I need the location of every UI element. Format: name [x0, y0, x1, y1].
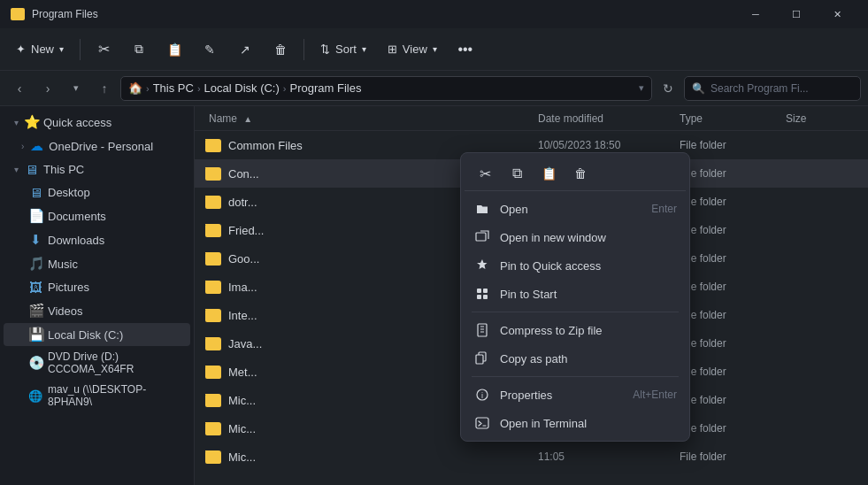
sidebar-item-onedrive[interactable]: › ☁ OneDrive - Personal [4, 135, 190, 158]
file-type: File folder [680, 337, 786, 350]
ctx-terminal-item[interactable]: Open in Terminal [465, 409, 686, 437]
file-type: File folder [680, 422, 786, 435]
rename-button[interactable]: ✎ [194, 34, 226, 65]
breadcrumb[interactable]: 🏠 › This PC › Local Disk (C:) › Program … [120, 76, 652, 101]
sidebar-item-downloads[interactable]: ⬇ Downloads [4, 228, 190, 251]
svg-rect-0 [476, 233, 486, 241]
more-icon: ••• [457, 42, 472, 58]
file-name: Common Files [228, 139, 303, 152]
paste-button[interactable]: 📋 [158, 34, 190, 65]
search-placeholder: Search Program Fi... [711, 82, 809, 95]
new-dropdown-icon: ▾ [59, 44, 64, 54]
close-button[interactable]: ✕ [817, 0, 857, 28]
ctx-pin-quickaccess-item[interactable]: Pin to Quick access [465, 251, 686, 280]
sort-icon: ⇅ [320, 42, 330, 56]
cut-button[interactable]: ✂ [88, 34, 119, 65]
ctx-pin-start-item[interactable]: Pin to Start [465, 280, 686, 308]
sidebar-item-network[interactable]: 🌐 mav_u (\\DESKTOP-8PHAN9\ [4, 380, 190, 412]
search-box[interactable]: 🔍 Search Program Fi... [684, 76, 861, 101]
ctx-properties-label: Properties [500, 389, 624, 402]
ctx-cut-button[interactable]: ✂ [470, 160, 500, 187]
sidebar-label-music: Music [48, 258, 78, 271]
col-header-size[interactable]: Size [786, 112, 856, 125]
folder-icon [205, 196, 221, 209]
thispc-icon: 🖥 [24, 162, 38, 177]
minimize-button[interactable]: ─ [735, 0, 776, 28]
back-button[interactable]: ‹ [7, 76, 32, 101]
ctx-copy-path-item[interactable]: Copy as path [465, 344, 686, 373]
delete-button[interactable]: 🗑 [265, 34, 296, 65]
ctx-cut-icon: ✂ [480, 166, 491, 182]
file-type: File folder [680, 139, 786, 151]
context-menu-toolbar: ✂ ⧉ 📋 🗑 [465, 157, 686, 191]
sidebar-item-videos[interactable]: 🎬 Videos [4, 299, 190, 322]
breadcrumb-programfiles[interactable]: Program Files [290, 81, 362, 95]
sort-dropdown-icon: ▾ [362, 44, 366, 54]
folder-icon [205, 422, 221, 435]
title-bar-controls: ─ ☐ ✕ [735, 0, 857, 28]
breadcrumb-dropdown-icon[interactable]: ▾ [639, 82, 644, 94]
ctx-open-item[interactable]: Open Enter [465, 195, 686, 223]
ctx-open-new-window-item[interactable]: Open in new window [465, 223, 686, 251]
file-type: File folder [680, 394, 786, 406]
new-button[interactable]: ✦ New ▾ [7, 37, 73, 61]
table-row[interactable]: Mic... 11:05 File folder [195, 443, 868, 471]
sidebar-item-documents[interactable]: 📄 Documents [4, 204, 190, 227]
ctx-compress-item[interactable]: Compress to Zip file [465, 316, 686, 344]
sidebar-label-quickaccess: Quick access [43, 116, 111, 129]
restore-button[interactable]: ☐ [776, 0, 817, 28]
col-header-type[interactable]: Type [680, 112, 786, 125]
address-bar: ‹ › ▾ ↑ 🏠 › This PC › Local Disk (C:) › … [0, 71, 868, 106]
sort-button[interactable]: ⇅ Sort ▾ [311, 37, 375, 61]
ctx-copy-path-icon [473, 350, 491, 367]
sidebar-item-thispc[interactable]: ▾ 🖥 This PC [4, 158, 190, 181]
localdisk-icon: 💾 [28, 327, 42, 343]
context-menu: ✂ ⧉ 📋 🗑 Open E [460, 152, 690, 442]
breadcrumb-thispc[interactable]: This PC [153, 81, 194, 95]
view-button[interactable]: ⊞ View ▾ [379, 37, 446, 61]
file-type: File folder [680, 224, 786, 236]
ctx-delete-button[interactable]: 🗑 [565, 160, 595, 187]
title-bar-title: Program Files [32, 8, 98, 20]
ctx-paste-button[interactable]: 📋 [534, 160, 564, 187]
ctx-pin-start-label: Pin to Start [500, 288, 677, 301]
view-icon: ⊞ [388, 42, 397, 56]
file-type: File folder [680, 309, 786, 321]
ctx-copy-button[interactable]: ⧉ [502, 160, 532, 187]
sidebar-item-quickaccess[interactable]: ▾ ⭐ Quick access [4, 111, 190, 134]
pictures-icon: 🖼 [28, 280, 42, 295]
svg-rect-4 [483, 295, 488, 299]
ctx-properties-item[interactable]: i Properties Alt+Enter [465, 381, 686, 409]
ctx-properties-shortcut: Alt+Enter [633, 389, 677, 401]
ctx-separator-1 [472, 312, 679, 312]
file-date: 11:05 [538, 450, 680, 463]
sidebar-label-dvd: DVD Drive (D:) CCCOMA_X64FR [48, 350, 183, 375]
refresh-button[interactable]: ↻ [656, 76, 680, 101]
file-type: File folder [680, 252, 786, 265]
ctx-open-icon [473, 200, 491, 218]
sidebar-item-dvd[interactable]: 💿 DVD Drive (D:) CCCOMA_X64FR [4, 347, 190, 379]
sidebar-label-downloads: Downloads [48, 234, 104, 247]
file-name: Goo... [228, 252, 259, 266]
file-name: Inte... [228, 309, 257, 322]
share-button[interactable]: ↗ [229, 34, 261, 65]
title-bar-left: Program Files [11, 8, 98, 20]
sidebar-item-pictures[interactable]: 🖼 Pictures [4, 276, 190, 298]
sidebar-item-localdisk[interactable]: 💾 Local Disk (C:) [4, 323, 190, 346]
file-name: Met... [228, 366, 257, 379]
more-button[interactable]: ••• [449, 34, 481, 65]
col-header-name[interactable]: Name ▲ [202, 112, 538, 125]
file-type: File folder [680, 366, 786, 378]
up-button[interactable]: ↑ [92, 76, 117, 101]
paste-icon: 📋 [167, 42, 182, 57]
folder-icon [205, 281, 221, 294]
sidebar-item-music[interactable]: 🎵 Music [4, 252, 190, 275]
col-header-date[interactable]: Date modified [538, 112, 680, 125]
copy-button[interactable]: ⧉ [123, 34, 155, 65]
sidebar-item-desktop[interactable]: 🖥 Desktop [4, 181, 190, 204]
svg-text:i: i [481, 391, 483, 400]
forward-button[interactable]: › [35, 76, 60, 101]
recent-button[interactable]: ▾ [64, 76, 88, 101]
breadcrumb-localdisk[interactable]: Local Disk (C:) [204, 81, 280, 95]
ctx-open-label: Open [500, 203, 642, 216]
